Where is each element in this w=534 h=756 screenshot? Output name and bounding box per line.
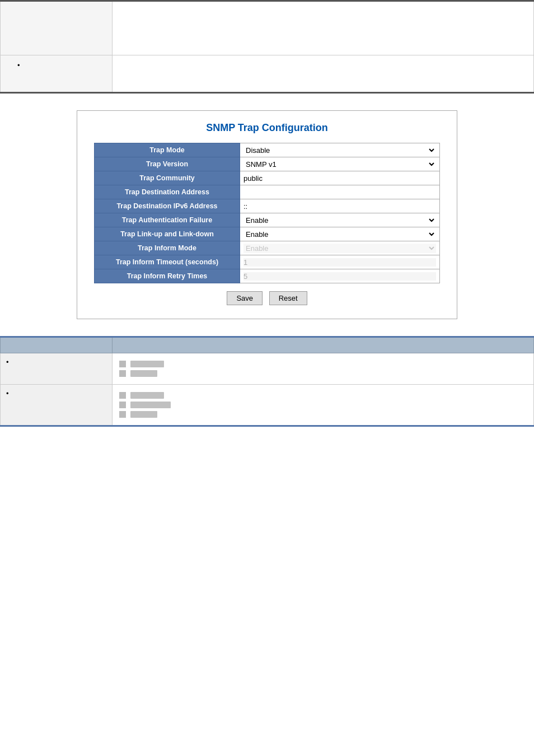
top-table-bullet-col2 (113, 55, 534, 93)
trap-dest-ipv6-input[interactable] (243, 202, 436, 211)
trap-community-value[interactable] (240, 171, 440, 185)
bottom-section (0, 336, 534, 427)
trap-mode-select[interactable]: Disable Enable (243, 146, 436, 155)
square-icon (119, 402, 126, 408)
snmp-config-title: SNMP Trap Configuration (94, 122, 440, 134)
trap-auth-failure-select[interactable]: Enable Disable (243, 216, 436, 225)
square-icon (119, 411, 126, 418)
trap-version-label: Trap Version (95, 157, 240, 171)
table-row (1, 55, 534, 93)
trap-inform-mode-select[interactable]: Enable Disable (243, 244, 436, 253)
table-row (1, 353, 534, 385)
trap-dest-addr-row: Trap Destination Address (95, 185, 440, 199)
trap-dest-ipv6-row: Trap Destination IPv6 Address (95, 199, 440, 213)
trap-inform-timeout-label: Trap Inform Timeout (seconds) (95, 255, 240, 269)
trap-version-row: Trap Version SNMP v1 SNMP v2c SNMP v3 (95, 157, 440, 171)
sub-item (119, 411, 527, 418)
trap-auth-failure-row: Trap Authentication Failure Enable Disab… (95, 213, 440, 227)
reset-button[interactable]: Reset (269, 291, 307, 305)
trap-community-label: Trap Community (95, 171, 240, 185)
square-icon (119, 370, 126, 377)
bottom-row1-col2 (113, 353, 534, 385)
trap-linkup-value[interactable]: Enable Disable (240, 227, 440, 241)
trap-mode-row: Trap Mode Disable Enable (95, 143, 440, 157)
trap-mode-value[interactable]: Disable Enable (240, 143, 440, 157)
trap-version-select[interactable]: SNMP v1 SNMP v2c SNMP v3 (243, 160, 436, 169)
trap-dest-ipv6-label: Trap Destination IPv6 Address (95, 199, 240, 213)
trap-inform-timeout-input[interactable] (243, 258, 436, 267)
save-button[interactable]: Save (227, 291, 263, 305)
bottom-row1-col1 (1, 353, 113, 385)
trap-dest-addr-value[interactable] (240, 185, 440, 199)
trap-inform-timeout-value[interactable] (240, 255, 440, 269)
bar-item (130, 392, 164, 399)
trap-inform-retry-value[interactable] (240, 269, 440, 283)
table-row (1, 1, 534, 55)
trap-mode-label: Trap Mode (95, 143, 240, 157)
top-table-col2 (113, 1, 534, 55)
trap-inform-timeout-row: Trap Inform Timeout (seconds) (95, 255, 440, 269)
table-row (1, 385, 534, 426)
sub-item (119, 361, 527, 367)
bottom-table (0, 336, 534, 427)
trap-community-row: Trap Community (95, 171, 440, 185)
bottom-row2-col1 (1, 385, 113, 426)
snmp-config-panel: SNMP Trap Configuration Trap Mode Disabl… (77, 110, 457, 319)
top-table-col1 (1, 1, 113, 55)
trap-dest-ipv6-value[interactable] (240, 199, 440, 213)
top-table-bullet-col1 (1, 55, 113, 93)
bottom-row2-col2 (113, 385, 534, 426)
trap-auth-failure-value[interactable]: Enable Disable (240, 213, 440, 227)
trap-linkup-select[interactable]: Enable Disable (243, 230, 436, 239)
bar-item (130, 402, 171, 408)
bar-item (130, 361, 164, 367)
bottom-header-col1 (1, 337, 113, 353)
bar-item (130, 370, 157, 377)
sub-item (119, 402, 527, 408)
trap-inform-mode-row: Trap Inform Mode Enable Disable (95, 241, 440, 255)
bar-item (130, 411, 157, 418)
trap-auth-failure-label: Trap Authentication Failure (95, 213, 240, 227)
trap-linkup-row: Trap Link-up and Link-down Enable Disabl… (95, 227, 440, 241)
snmp-config-table: Trap Mode Disable Enable Trap Version SN… (94, 143, 440, 283)
trap-community-input[interactable] (243, 174, 436, 183)
trap-inform-mode-value[interactable]: Enable Disable (240, 241, 440, 255)
form-buttons: Save Reset (94, 291, 440, 305)
trap-inform-mode-label: Trap Inform Mode (95, 241, 240, 255)
square-icon (119, 392, 126, 399)
trap-dest-addr-input[interactable] (243, 188, 436, 197)
trap-inform-retry-label: Trap Inform Retry Times (95, 269, 240, 283)
trap-inform-retry-row: Trap Inform Retry Times (95, 269, 440, 283)
top-table (0, 0, 534, 94)
square-icon (119, 361, 126, 367)
trap-linkup-label: Trap Link-up and Link-down (95, 227, 240, 241)
trap-dest-addr-label: Trap Destination Address (95, 185, 240, 199)
sub-item (119, 370, 527, 377)
bottom-header-col2 (113, 337, 534, 353)
bottom-table-header-row (1, 337, 534, 353)
trap-inform-retry-input[interactable] (243, 272, 436, 281)
trap-version-value[interactable]: SNMP v1 SNMP v2c SNMP v3 (240, 157, 440, 171)
sub-item (119, 392, 527, 399)
